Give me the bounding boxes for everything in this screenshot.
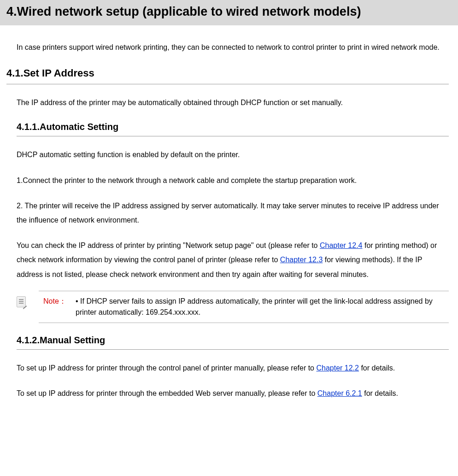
- link-chapter-12-3[interactable]: Chapter 12.3: [280, 256, 323, 264]
- step-2: 2. The printer will receive the IP addre…: [17, 199, 449, 227]
- paragraph: DHCP automatic setting function is enabl…: [17, 147, 449, 162]
- note-text: • If DHCP server fails to assign IP addr…: [71, 291, 449, 323]
- text: You can check the IP address of printer …: [17, 241, 320, 249]
- link-chapter-12-4[interactable]: Chapter 12.4: [320, 241, 363, 249]
- paragraph-manual-web: To set up IP address for printer through…: [17, 386, 449, 400]
- chapter-intro: In case printers support wired network p…: [17, 40, 449, 54]
- paragraph-check-ip: You can check the IP address of printer …: [17, 238, 449, 282]
- text: To set up IP address for printer through…: [17, 364, 316, 372]
- chapter-title: 4.Wired network setup (applicable to wir…: [0, 0, 458, 25]
- note-box: Note： • If DHCP server fails to assign I…: [17, 291, 449, 323]
- heading-4-1: 4.1.Set IP Address: [6, 67, 449, 84]
- link-chapter-6-2-1[interactable]: Chapter 6.2.1: [317, 389, 362, 397]
- note-label: Note：: [39, 291, 71, 323]
- heading-4-1-1: 4.1.1.Automatic Setting: [17, 122, 449, 136]
- section-4-1-intro: The IP address of the printer may be aut…: [17, 95, 449, 110]
- note-icon: [17, 296, 26, 307]
- heading-4-1-2: 4.1.2.Manual Setting: [17, 335, 449, 350]
- text: for details.: [359, 364, 395, 372]
- step-1: 1.Connect the printer to the network thr…: [17, 173, 449, 188]
- text: To set up IP address for printer through…: [17, 389, 317, 397]
- paragraph-manual-panel: To set up IP address for printer through…: [17, 361, 449, 375]
- link-chapter-12-2[interactable]: Chapter 12.2: [316, 364, 359, 372]
- text: for details.: [362, 389, 398, 397]
